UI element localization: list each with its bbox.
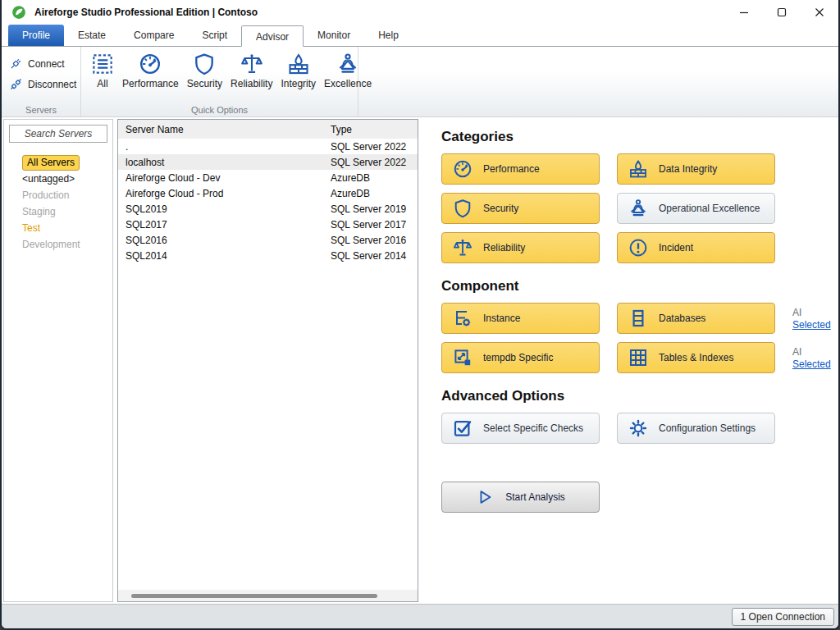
tag-all-servers-label: All Servers (22, 155, 80, 171)
tab-estate[interactable]: Estate (64, 25, 120, 46)
category-incident-button[interactable]: Incident (617, 232, 775, 263)
server-type-cell: SQL Server 2016 (329, 232, 418, 248)
server-type-cell: SQL Server 2014 (329, 248, 418, 263)
connect-label: Connect (28, 58, 65, 70)
category-operational-excellence-button[interactable]: Operational Excellence (617, 193, 775, 224)
server-row[interactable]: SQL2019 SQL Server 2019 (118, 201, 418, 217)
component-tables-indexes-button[interactable]: Tables & Indexes (617, 342, 775, 373)
configuration-settings-button[interactable]: Configuration Settings (617, 413, 775, 444)
component-instance-button[interactable]: Instance (441, 303, 600, 334)
main-area: All Servers <untagged> Production Stagin… (2, 117, 838, 604)
server-gear-icon (453, 308, 472, 328)
tab-script[interactable]: Script (188, 25, 241, 46)
minimize-button[interactable] (725, 0, 763, 25)
tag-development[interactable]: Development (22, 236, 112, 253)
server-tags-sidebar: All Servers <untagged> Production Stagin… (3, 119, 113, 602)
tag-staging[interactable]: Staging (22, 203, 112, 220)
open-connection-button[interactable]: 1 Open Connection (732, 608, 834, 626)
tag-test[interactable]: Test (22, 220, 112, 236)
component-heading: Component (441, 278, 830, 294)
performance-button[interactable]: Performance (119, 52, 182, 90)
exclamation-circle-icon (628, 238, 648, 258)
plug-off-icon (10, 78, 22, 90)
server-type-cell: AzureDB (329, 170, 418, 185)
integrity-button[interactable]: Integrity (277, 52, 319, 90)
minimize-icon (739, 7, 749, 17)
tab-help[interactable]: Help (364, 25, 413, 46)
tag-production[interactable]: Production (22, 187, 112, 203)
server-row[interactable]: SQL2014 SQL Server 2014 (118, 248, 418, 263)
server-row[interactable]: . SQL Server 2022 (118, 139, 418, 154)
server-row[interactable]: SQL2016 SQL Server 2016 (118, 232, 418, 248)
tag-all-servers[interactable]: All Servers (22, 154, 112, 171)
start-analysis-button[interactable]: Start Analysis (441, 482, 600, 513)
server-name-cell: SQL2014 (118, 248, 329, 263)
category-label: Performance (483, 163, 540, 175)
disconnect-button[interactable]: Disconnect (2, 75, 80, 94)
scrollbar-thumb[interactable] (131, 594, 377, 598)
gear-icon (628, 418, 648, 438)
maximize-button[interactable] (763, 0, 801, 25)
component-databases-button[interactable]: Databases (617, 303, 775, 334)
server-name-cell: SQL2017 (118, 217, 329, 232)
ribbon-group-quick-options: All Performance Security Reliability Int… (81, 47, 358, 116)
server-row[interactable]: SQL2017 SQL Server 2017 (118, 217, 418, 232)
all-button[interactable]: All (88, 52, 117, 90)
tag-untagged[interactable]: <untagged> (22, 171, 112, 187)
scales-icon (240, 52, 263, 75)
server-table-header: Server Name Type (118, 120, 418, 139)
category-data-integrity-button[interactable]: Data Integrity (617, 153, 775, 185)
integrity-label: Integrity (281, 78, 316, 89)
gauge-icon (453, 159, 472, 179)
start-analysis-label: Start Analysis (505, 491, 565, 503)
server-row[interactable]: Aireforge Cloud - Dev AzureDB (118, 170, 418, 185)
tag-list: All Servers <untagged> Production Stagin… (4, 148, 112, 253)
component-tempdb-button[interactable]: tempdb Specific (441, 342, 600, 373)
category-label: Operational Excellence (659, 203, 760, 214)
selected-link[interactable]: Selected (792, 319, 831, 331)
column-header-type[interactable]: Type (329, 120, 418, 139)
category-label: Security (483, 203, 518, 214)
categories-grid: Performance Data Integrity Security Oper… (441, 153, 830, 263)
server-type-cell: SQL Server 2017 (329, 217, 418, 232)
reliability-button[interactable]: Reliability (227, 52, 276, 90)
grid-icon (628, 348, 648, 368)
security-button[interactable]: Security (184, 52, 226, 90)
category-label: Data Integrity (659, 163, 717, 175)
category-performance-button[interactable]: Performance (441, 153, 600, 185)
advanced-options-heading: Advanced Options (441, 388, 830, 404)
server-name-cell: . (118, 139, 329, 154)
server-row[interactable]: Aireforge Cloud - Prod AzureDB (118, 185, 418, 201)
tab-monitor[interactable]: Monitor (304, 25, 364, 46)
search-servers-input[interactable] (9, 125, 107, 143)
checkbox-icon (453, 418, 472, 438)
server-name-cell: localhost (118, 154, 329, 170)
category-label: Incident (659, 242, 693, 253)
tab-compare[interactable]: Compare (120, 25, 188, 46)
connect-button[interactable]: Connect (2, 54, 80, 73)
firewall-icon (287, 52, 310, 75)
performance-label: Performance (122, 78, 179, 89)
component-label: tempdb Specific (483, 352, 553, 363)
category-reliability-button[interactable]: Reliability (441, 232, 600, 263)
server-row[interactable]: localhost SQL Server 2022 (118, 154, 418, 170)
server-table: Server Name Type . SQL Server 2022 local… (118, 120, 418, 263)
database-icon (628, 308, 648, 328)
horizontal-scrollbar[interactable] (118, 590, 418, 601)
server-type-cell: SQL Server 2022 (329, 139, 418, 154)
category-security-button[interactable]: Security (441, 193, 600, 224)
tab-profile[interactable]: Profile (8, 25, 64, 46)
servers-group-label: Servers (2, 105, 80, 115)
ai-note-label: AI (792, 307, 831, 319)
dashed-list-icon (91, 52, 114, 75)
close-button[interactable] (801, 0, 838, 25)
play-icon (476, 488, 494, 506)
column-header-server-name[interactable]: Server Name (118, 120, 329, 139)
title-bar: Aireforge Studio Professional Edition | … (2, 0, 838, 25)
select-specific-checks-button[interactable]: Select Specific Checks (441, 413, 600, 444)
excellence-button[interactable]: Excellence (321, 52, 375, 90)
tab-advisor[interactable]: Advisor (241, 25, 304, 47)
ai-selected-note: AI Selected (792, 345, 831, 371)
component-label: Tables & Indexes (659, 352, 733, 363)
selected-link[interactable]: Selected (792, 358, 831, 371)
